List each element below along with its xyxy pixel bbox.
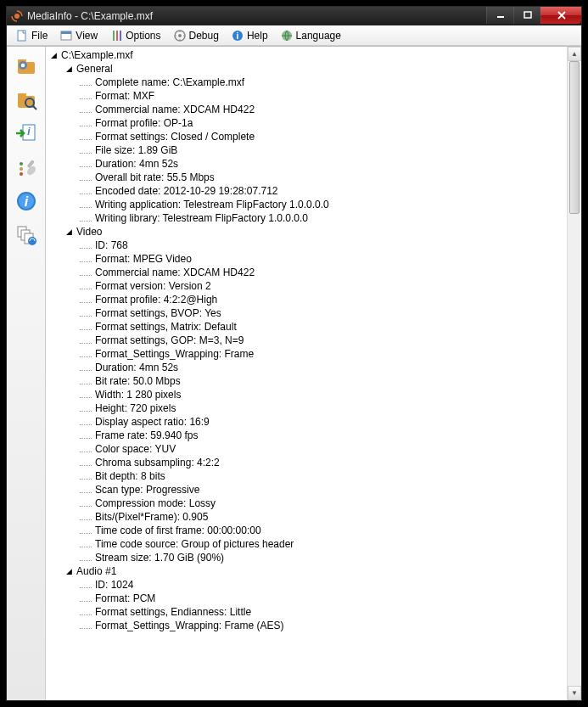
tree-panel: ◢C:\Example.mxf◢GeneralComplete name: C:…: [46, 47, 581, 700]
tree-branch[interactable]: ◢C:\Example.mxf: [49, 48, 567, 62]
expand-toggle-icon[interactable]: ◢: [64, 227, 73, 236]
sidebar-about[interactable]: i: [13, 188, 40, 215]
svg-point-25: [20, 167, 23, 171]
tree-leaf[interactable]: Bit depth: 8 bits: [49, 469, 567, 483]
menu-view[interactable]: View: [54, 28, 103, 43]
tree-leaf[interactable]: Format settings, Endianness: Little: [49, 605, 567, 619]
sidebar: i i: [7, 47, 46, 700]
content-area: i i ◢C:\Example.mxf◢GeneralComplete name…: [7, 46, 581, 700]
tree-leaf[interactable]: Format settings, BVOP: Yes: [49, 306, 567, 320]
tree-leaf[interactable]: Overall bit rate: 55.5 Mbps: [49, 171, 567, 184]
tree-leaf[interactable]: Format: MPEG Video: [49, 252, 567, 266]
tree-leaf[interactable]: Format: PCM: [49, 592, 567, 605]
tree-leaf[interactable]: Bit rate: 50.0 Mbps: [49, 374, 567, 388]
tree-node-label: Compression mode: Lossy: [93, 497, 216, 510]
svg-rect-6: [113, 31, 115, 41]
vertical-scrollbar[interactable]: ▲ ▼: [567, 47, 581, 700]
svg-point-24: [20, 162, 23, 166]
tree-leaf[interactable]: Time code of first frame: 00:00:00:00: [49, 524, 567, 537]
tree-leaf[interactable]: Format_Settings_Wrapping: Frame: [49, 347, 567, 361]
tree-branch[interactable]: ◢Video: [49, 225, 567, 238]
menu-label: Options: [126, 30, 160, 42]
tree-leaf[interactable]: Complete name: C:\Example.mxf: [49, 76, 567, 89]
tree-leaf[interactable]: Chroma subsampling: 4:2:2: [49, 456, 567, 469]
app-icon: [10, 9, 24, 23]
tree-node-label: Bit rate: 50.0 Mbps: [93, 374, 181, 388]
tree-leaf[interactable]: Format: MXF: [49, 89, 567, 103]
sidebar-open-folder[interactable]: [13, 86, 40, 113]
sidebar-export[interactable]: i: [13, 120, 40, 147]
tree-node-label: Format version: Version 2: [93, 279, 211, 293]
svg-text:i: i: [236, 31, 238, 41]
tree-leaf[interactable]: Format version: Version 2: [49, 279, 567, 293]
tree-leaf[interactable]: Format profile: OP-1a: [49, 116, 567, 130]
window-inner: MediaInfo - C:\Example.mxf File View Opt…: [6, 6, 582, 701]
maximize-button[interactable]: [513, 7, 540, 24]
sidebar-open-file[interactable]: [13, 52, 40, 79]
tree-node-label: Writing application: Telestream FlipFact…: [93, 198, 329, 211]
tree-branch[interactable]: ◢Audio #1: [49, 564, 567, 578]
expand-toggle-icon[interactable]: ◢: [49, 51, 58, 59]
tree-leaf[interactable]: Format_Settings_Wrapping: Frame (AES): [49, 619, 567, 632]
tree-leaf[interactable]: Frame rate: 59.940 fps: [49, 429, 567, 442]
tree-node-label: Bit depth: 8 bits: [93, 469, 165, 483]
titlebar[interactable]: MediaInfo - C:\Example.mxf: [7, 7, 581, 25]
tree-branch[interactable]: ◢General: [49, 62, 567, 76]
tree-node-label: Width: 1 280 pixels: [93, 388, 181, 401]
tree-leaf[interactable]: Display aspect ratio: 16:9: [49, 415, 567, 429]
tree-leaf[interactable]: Commercial name: XDCAM HD422: [49, 266, 567, 279]
scroll-up-button[interactable]: ▲: [568, 47, 581, 61]
tree-leaf[interactable]: Bits/(Pixel*Frame): 0.905: [49, 510, 567, 524]
tree-node-label: Duration: 4mn 52s: [93, 157, 178, 171]
minimize-button[interactable]: [486, 7, 513, 24]
tree-leaf[interactable]: Format settings: Closed / Complete: [49, 130, 567, 143]
scroll-track[interactable]: [568, 61, 581, 686]
tree-leaf[interactable]: Format settings, GOP: M=3, N=9: [49, 334, 567, 347]
sidebar-settings[interactable]: [13, 154, 40, 181]
svg-rect-19: [18, 93, 26, 98]
scroll-down-button[interactable]: ▼: [568, 686, 581, 700]
tree-leaf[interactable]: File size: 1.89 GiB: [49, 143, 567, 157]
tree-leaf[interactable]: ID: 768: [49, 238, 567, 252]
tree-leaf[interactable]: Format profile: 4:2:2@High: [49, 293, 567, 306]
menu-help[interactable]: i Help: [226, 28, 273, 43]
tree-node-label: Chroma subsampling: 4:2:2: [93, 456, 220, 469]
scroll-thumb[interactable]: [569, 61, 580, 214]
menu-file[interactable]: File: [10, 28, 53, 43]
close-button[interactable]: [540, 7, 581, 24]
expand-toggle-icon[interactable]: ◢: [64, 567, 73, 575]
tree-leaf[interactable]: Time code source: Group of pictures head…: [49, 537, 567, 551]
tree-node-label: Stream size: 1.70 GiB (90%): [93, 551, 224, 564]
tree-leaf[interactable]: Writing library: Telestream FlipFactory …: [49, 211, 567, 225]
tree-leaf[interactable]: Color space: YUV: [49, 442, 567, 456]
tree-view[interactable]: ◢C:\Example.mxf◢GeneralComplete name: C:…: [46, 47, 567, 700]
tree-node-label: Commercial name: XDCAM HD422: [93, 103, 255, 116]
tree-leaf[interactable]: Width: 1 280 pixels: [49, 388, 567, 401]
tree-node-label: Duration: 4mn 52s: [93, 361, 178, 374]
tree-node-label: Format settings: Closed / Complete: [93, 130, 255, 143]
tree-leaf[interactable]: Scan type: Progressive: [49, 483, 567, 497]
menu-label: Language: [296, 30, 341, 42]
menu-language[interactable]: Language: [275, 28, 346, 43]
tree-leaf[interactable]: ID: 1024: [49, 578, 567, 592]
tree-leaf[interactable]: Height: 720 pixels: [49, 401, 567, 415]
tree-leaf[interactable]: Compression mode: Lossy: [49, 497, 567, 510]
tree-leaf[interactable]: Stream size: 1.70 GiB (90%): [49, 551, 567, 564]
svg-rect-3: [18, 31, 25, 41]
sidebar-multi-files[interactable]: [13, 222, 40, 249]
tree-leaf[interactable]: Encoded date: 2012-10-29 19:28:07.712: [49, 184, 567, 198]
expand-toggle-icon[interactable]: ◢: [64, 65, 73, 73]
tree-leaf[interactable]: Writing application: Telestream FlipFact…: [49, 198, 567, 211]
tree-leaf[interactable]: Duration: 4mn 52s: [49, 361, 567, 374]
menu-options[interactable]: Options: [104, 28, 165, 43]
tree-node-label: Video: [75, 225, 102, 238]
menu-label: Help: [247, 30, 268, 42]
tree-node-label: Height: 720 pixels: [93, 401, 176, 415]
tree-leaf[interactable]: Commercial name: XDCAM HD422: [49, 103, 567, 116]
svg-point-0: [14, 14, 20, 19]
file-icon: [15, 29, 29, 42]
tree-leaf[interactable]: Duration: 4mn 52s: [49, 157, 567, 171]
tree-node-label: Format settings, GOP: M=3, N=9: [93, 334, 244, 347]
menu-debug[interactable]: Debug: [168, 28, 224, 43]
tree-leaf[interactable]: Format settings, Matrix: Default: [49, 320, 567, 334]
